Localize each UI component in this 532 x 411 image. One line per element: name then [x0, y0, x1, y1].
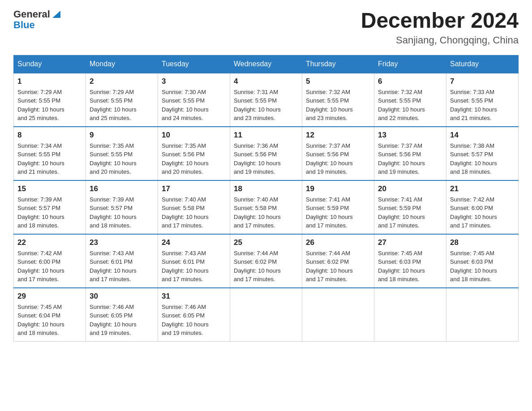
day-info: Sunrise: 7:37 AMSunset: 5:56 PMDaylight:… — [378, 141, 442, 176]
calendar-cell: 17 Sunrise: 7:40 AMSunset: 5:58 PMDaylig… — [158, 180, 230, 234]
calendar-cell: 1 Sunrise: 7:29 AMSunset: 5:55 PMDayligh… — [14, 73, 86, 127]
day-info: Sunrise: 7:43 AMSunset: 6:01 PMDaylight:… — [90, 249, 154, 284]
day-info: Sunrise: 7:36 AMSunset: 5:56 PMDaylight:… — [234, 141, 298, 176]
calendar-cell: 3 Sunrise: 7:30 AMSunset: 5:55 PMDayligh… — [158, 73, 230, 127]
calendar-cell: 8 Sunrise: 7:34 AMSunset: 5:55 PMDayligh… — [14, 127, 86, 180]
calendar-cell: 19 Sunrise: 7:41 AMSunset: 5:59 PMDaylig… — [302, 180, 374, 234]
header: General Blue December 2024 Sanjiang, Cho… — [13, 9, 519, 46]
calendar-cell: 26 Sunrise: 7:44 AMSunset: 6:02 PMDaylig… — [302, 234, 374, 288]
day-info: Sunrise: 7:32 AMSunset: 5:55 PMDaylight:… — [378, 88, 442, 123]
week-row-5: 29 Sunrise: 7:45 AMSunset: 6:04 PMDaylig… — [14, 288, 519, 342]
calendar-cell: 5 Sunrise: 7:32 AMSunset: 5:55 PMDayligh… — [302, 73, 374, 127]
day-number: 6 — [378, 77, 442, 86]
day-number: 1 — [17, 77, 82, 86]
calendar-cell: 31 Sunrise: 7:46 AMSunset: 6:05 PMDaylig… — [158, 288, 230, 342]
day-info: Sunrise: 7:35 AMSunset: 5:56 PMDaylight:… — [162, 141, 226, 176]
calendar-title: December 2024 — [361, 9, 519, 33]
day-info: Sunrise: 7:40 AMSunset: 5:58 PMDaylight:… — [234, 195, 298, 230]
day-number: 2 — [90, 77, 154, 86]
calendar-cell: 27 Sunrise: 7:45 AMSunset: 6:03 PMDaylig… — [374, 234, 446, 288]
day-number: 14 — [450, 131, 515, 140]
title-area: December 2024 Sanjiang, Chongqing, China — [361, 9, 519, 46]
calendar-cell: 11 Sunrise: 7:36 AMSunset: 5:56 PMDaylig… — [230, 127, 302, 180]
day-info: Sunrise: 7:32 AMSunset: 5:55 PMDaylight:… — [306, 88, 370, 123]
calendar-cell: 7 Sunrise: 7:33 AMSunset: 5:55 PMDayligh… — [446, 73, 519, 127]
day-info: Sunrise: 7:37 AMSunset: 5:56 PMDaylight:… — [306, 141, 370, 176]
day-info: Sunrise: 7:41 AMSunset: 5:59 PMDaylight:… — [378, 195, 442, 230]
calendar-cell: 25 Sunrise: 7:44 AMSunset: 6:02 PMDaylig… — [230, 234, 302, 288]
header-monday: Monday — [86, 55, 158, 73]
calendar-cell: 30 Sunrise: 7:46 AMSunset: 6:05 PMDaylig… — [86, 288, 158, 342]
week-row-4: 22 Sunrise: 7:42 AMSunset: 6:00 PMDaylig… — [14, 234, 519, 288]
day-info: Sunrise: 7:29 AMSunset: 5:55 PMDaylight:… — [17, 88, 82, 123]
day-number: 8 — [17, 131, 82, 140]
calendar-cell: 23 Sunrise: 7:43 AMSunset: 6:01 PMDaylig… — [86, 234, 158, 288]
calendar-cell: 24 Sunrise: 7:43 AMSunset: 6:01 PMDaylig… — [158, 234, 230, 288]
day-number: 7 — [450, 77, 515, 86]
calendar-cell — [374, 288, 446, 342]
days-header-row: SundayMondayTuesdayWednesdayThursdayFrid… — [14, 55, 519, 73]
calendar-cell: 22 Sunrise: 7:42 AMSunset: 6:00 PMDaylig… — [14, 234, 86, 288]
calendar-cell: 28 Sunrise: 7:45 AMSunset: 6:03 PMDaylig… — [446, 234, 519, 288]
day-number: 4 — [234, 77, 298, 86]
calendar-cell: 2 Sunrise: 7:29 AMSunset: 5:55 PMDayligh… — [86, 73, 158, 127]
day-info: Sunrise: 7:34 AMSunset: 5:55 PMDaylight:… — [17, 141, 82, 176]
week-row-3: 15 Sunrise: 7:39 AMSunset: 5:57 PMDaylig… — [14, 180, 519, 234]
day-info: Sunrise: 7:33 AMSunset: 5:55 PMDaylight:… — [450, 88, 515, 123]
day-number: 26 — [306, 238, 370, 247]
header-wednesday: Wednesday — [230, 55, 302, 73]
day-number: 17 — [162, 184, 226, 193]
header-saturday: Saturday — [446, 55, 519, 73]
day-info: Sunrise: 7:44 AMSunset: 6:02 PMDaylight:… — [234, 249, 298, 284]
calendar-table: SundayMondayTuesdayWednesdayThursdayFrid… — [13, 55, 519, 342]
calendar-cell: 29 Sunrise: 7:45 AMSunset: 6:04 PMDaylig… — [14, 288, 86, 342]
day-number: 16 — [90, 184, 154, 193]
calendar-cell: 9 Sunrise: 7:35 AMSunset: 5:55 PMDayligh… — [86, 127, 158, 180]
header-sunday: Sunday — [14, 55, 86, 73]
day-info: Sunrise: 7:46 AMSunset: 6:05 PMDaylight:… — [162, 303, 226, 338]
day-number: 27 — [378, 238, 442, 247]
header-friday: Friday — [374, 55, 446, 73]
day-number: 20 — [378, 184, 442, 193]
day-info: Sunrise: 7:39 AMSunset: 5:57 PMDaylight:… — [90, 195, 154, 230]
day-number: 23 — [90, 238, 154, 247]
day-number: 13 — [378, 131, 442, 140]
calendar-cell: 12 Sunrise: 7:37 AMSunset: 5:56 PMDaylig… — [302, 127, 374, 180]
svg-marker-0 — [52, 11, 60, 18]
header-thursday: Thursday — [302, 55, 374, 73]
day-number: 3 — [162, 77, 226, 86]
day-number: 11 — [234, 131, 298, 140]
day-info: Sunrise: 7:45 AMSunset: 6:03 PMDaylight:… — [378, 249, 442, 284]
calendar-cell: 18 Sunrise: 7:40 AMSunset: 5:58 PMDaylig… — [230, 180, 302, 234]
calendar-cell: 14 Sunrise: 7:38 AMSunset: 5:57 PMDaylig… — [446, 127, 519, 180]
logo-triangle-icon — [51, 9, 61, 19]
calendar-cell: 21 Sunrise: 7:42 AMSunset: 6:00 PMDaylig… — [446, 180, 519, 234]
day-number: 19 — [306, 184, 370, 193]
day-info: Sunrise: 7:43 AMSunset: 6:01 PMDaylight:… — [162, 249, 226, 284]
day-info: Sunrise: 7:35 AMSunset: 5:55 PMDaylight:… — [90, 141, 154, 176]
day-number: 29 — [17, 292, 82, 301]
day-info: Sunrise: 7:31 AMSunset: 5:55 PMDaylight:… — [234, 88, 298, 123]
day-info: Sunrise: 7:29 AMSunset: 5:55 PMDaylight:… — [90, 88, 154, 123]
calendar-cell: 15 Sunrise: 7:39 AMSunset: 5:57 PMDaylig… — [14, 180, 86, 234]
day-number: 21 — [450, 184, 515, 193]
header-tuesday: Tuesday — [158, 55, 230, 73]
day-info: Sunrise: 7:38 AMSunset: 5:57 PMDaylight:… — [450, 141, 515, 176]
day-info: Sunrise: 7:45 AMSunset: 6:04 PMDaylight:… — [17, 303, 82, 338]
day-info: Sunrise: 7:44 AMSunset: 6:02 PMDaylight:… — [306, 249, 370, 284]
calendar-cell: 13 Sunrise: 7:37 AMSunset: 5:56 PMDaylig… — [374, 127, 446, 180]
day-info: Sunrise: 7:46 AMSunset: 6:05 PMDaylight:… — [90, 303, 154, 338]
day-number: 28 — [450, 238, 515, 247]
calendar-cell — [230, 288, 302, 342]
day-info: Sunrise: 7:45 AMSunset: 6:03 PMDaylight:… — [450, 249, 515, 284]
week-row-2: 8 Sunrise: 7:34 AMSunset: 5:55 PMDayligh… — [14, 127, 519, 180]
day-number: 25 — [234, 238, 298, 247]
calendar-cell — [446, 288, 519, 342]
day-number: 30 — [90, 292, 154, 301]
logo-general-text: General — [13, 9, 50, 20]
day-number: 5 — [306, 77, 370, 86]
week-row-1: 1 Sunrise: 7:29 AMSunset: 5:55 PMDayligh… — [14, 73, 519, 127]
calendar-cell — [302, 288, 374, 342]
day-number: 10 — [162, 131, 226, 140]
day-info: Sunrise: 7:42 AMSunset: 6:00 PMDaylight:… — [17, 249, 82, 284]
